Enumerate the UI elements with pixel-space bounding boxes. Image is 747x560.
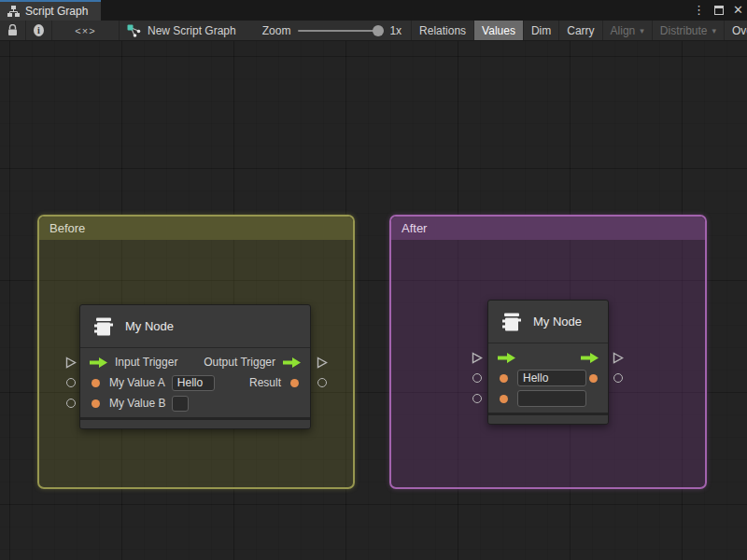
chevron-down-icon: ▾ xyxy=(640,26,644,35)
lock-icon xyxy=(7,24,18,36)
tab-title: Script Graph xyxy=(25,5,88,18)
node-after-footer xyxy=(488,413,608,424)
values-button[interactable]: Values xyxy=(474,21,524,40)
value-a-port-icon[interactable] xyxy=(500,374,508,383)
carry-button[interactable]: Carry xyxy=(559,21,602,40)
value-a-input[interactable] xyxy=(172,375,215,391)
new-graph-icon xyxy=(127,24,141,37)
distribute-button[interactable]: Distribute ▾ xyxy=(653,21,725,40)
graph-name-label: New Script Graph xyxy=(148,24,236,37)
node-before-header[interactable]: My Node xyxy=(80,305,310,348)
output-trigger-port-icon[interactable] xyxy=(282,357,302,369)
port-row-value-b: My Value B xyxy=(80,393,310,413)
external-value-a-port[interactable] xyxy=(472,373,482,383)
port-row-value-b xyxy=(488,388,608,409)
tab-script-graph[interactable]: Script Graph xyxy=(0,0,101,21)
group-after-label: After xyxy=(402,221,427,235)
external-value-b-port[interactable] xyxy=(472,394,482,403)
code-view-button[interactable]: <×> xyxy=(52,21,120,40)
value-a-port-icon[interactable] xyxy=(92,379,100,387)
input-trigger-port-icon[interactable] xyxy=(497,352,516,364)
result-label: Result xyxy=(249,376,281,389)
input-trigger-port-icon[interactable] xyxy=(89,357,108,369)
node-icon xyxy=(500,310,524,334)
external-value-b-port[interactable] xyxy=(66,399,76,408)
group-before-header[interactable]: Before xyxy=(39,217,353,240)
close-icon[interactable]: ✕ xyxy=(733,0,743,21)
window-controls: ⋮ ✕ xyxy=(693,0,743,21)
relations-button[interactable]: Relations xyxy=(412,21,474,40)
value-b-input[interactable] xyxy=(172,396,189,412)
zoom-section: Zoom 1x xyxy=(246,21,412,40)
node-after-body xyxy=(488,343,608,413)
group-after-header[interactable]: After xyxy=(391,217,705,240)
output-trigger-label: Output Trigger xyxy=(204,356,275,369)
maximize-icon[interactable] xyxy=(714,6,724,15)
value-a-label: My Value A xyxy=(109,376,165,389)
node-title: My Node xyxy=(533,315,582,329)
external-result-port[interactable] xyxy=(317,378,327,387)
info-icon: i xyxy=(34,24,44,36)
chevron-down-icon: ▾ xyxy=(712,26,717,35)
graph-name-section: New Script Graph xyxy=(120,21,246,40)
external-value-a-port[interactable] xyxy=(66,378,76,387)
node-title: My Node xyxy=(125,319,174,333)
group-before-label: Before xyxy=(49,221,85,235)
zoom-slider[interactable] xyxy=(298,30,382,32)
result-port-icon[interactable] xyxy=(589,374,598,383)
align-button[interactable]: Align ▾ xyxy=(603,21,653,40)
node-after-header[interactable]: My Node xyxy=(488,301,608,343)
node-before-footer xyxy=(80,417,310,428)
view-buttons: Relations Values Dim Carry Align ▾ Distr… xyxy=(412,21,747,40)
code-icon: <×> xyxy=(75,25,95,36)
node-icon xyxy=(92,315,116,339)
value-b-label: My Value B xyxy=(109,397,165,410)
external-input-trigger-port[interactable] xyxy=(472,352,483,364)
dim-button[interactable]: Dim xyxy=(524,21,559,40)
port-row-triggers: Input Trigger Output Trigger xyxy=(80,352,310,372)
value-b-port-icon[interactable] xyxy=(92,399,100,408)
value-b-port-icon[interactable] xyxy=(500,395,508,403)
align-label: Align xyxy=(611,24,636,37)
value-a-input[interactable] xyxy=(517,370,586,386)
distribute-label: Distribute xyxy=(660,24,708,37)
zoom-slider-handle[interactable] xyxy=(373,25,384,36)
toolbar: i <×> New Script Graph Zoom 1x Relations… xyxy=(0,21,747,41)
node-before-body: Input Trigger Output Trigger My Value A xyxy=(80,348,310,417)
lock-button[interactable] xyxy=(0,21,26,40)
graph-canvas[interactable]: Before After My Node xyxy=(0,41,747,560)
output-trigger-port-icon[interactable] xyxy=(580,352,599,364)
tab-bar: Script Graph ⋮ ✕ xyxy=(0,0,747,21)
node-before[interactable]: My Node Input Trigger Output Trigger xyxy=(79,304,311,429)
info-button[interactable]: i xyxy=(26,21,52,40)
zoom-label: Zoom xyxy=(262,24,291,37)
window-menu-icon[interactable]: ⋮ xyxy=(693,0,705,21)
zoom-value: 1x xyxy=(389,24,402,37)
value-b-input[interactable] xyxy=(517,390,586,407)
node-after[interactable]: My Node xyxy=(487,300,609,425)
port-row-triggers xyxy=(488,347,608,368)
external-input-trigger-port[interactable] xyxy=(65,357,77,369)
result-port-icon[interactable] xyxy=(290,379,299,387)
external-output-trigger-port[interactable] xyxy=(317,357,328,369)
overview-button[interactable]: Overview xyxy=(725,21,747,40)
external-output-trigger-port[interactable] xyxy=(613,352,624,364)
port-row-value-a: My Value A Result xyxy=(80,372,310,393)
port-row-value-a xyxy=(488,368,608,388)
input-trigger-label: Input Trigger xyxy=(115,356,177,369)
script-graph-tab-icon xyxy=(7,6,20,17)
external-result-port[interactable] xyxy=(613,373,623,383)
script-graph-window: Script Graph ⋮ ✕ i <×> xyxy=(0,0,747,560)
